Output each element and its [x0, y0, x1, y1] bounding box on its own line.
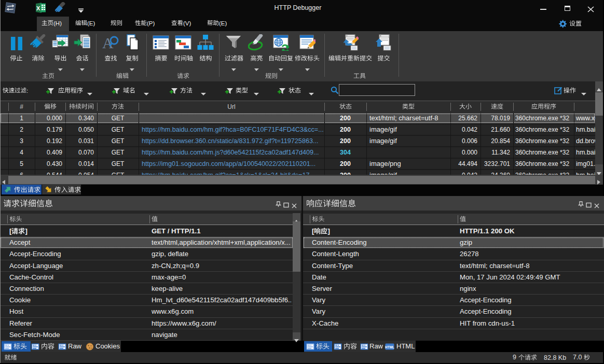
svg-text:HTML: HTML	[385, 345, 394, 349]
